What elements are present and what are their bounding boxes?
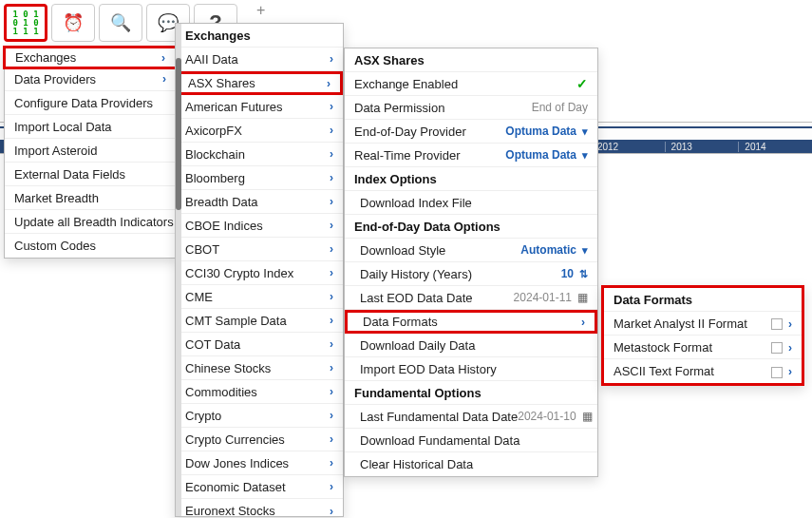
exchange-item[interactable]: Dow Jones Indices› bbox=[176, 451, 343, 475]
menu-item-label: Market Breadth bbox=[14, 191, 99, 205]
settings-row[interactable]: Clear Historical Data bbox=[345, 452, 597, 476]
exchange-item-label: Dow Jones Indices bbox=[185, 456, 289, 470]
settings-value: Automatic bbox=[520, 243, 588, 257]
menu-item-label: External Data Fields bbox=[14, 167, 125, 182]
exchange-item[interactable]: COT Data› bbox=[176, 333, 343, 356]
exchange-item[interactable]: CMT Sample Data› bbox=[176, 309, 343, 333]
new-tab-plus[interactable]: + bbox=[256, 2, 265, 19]
settings-key: Last Fundamental Data Date bbox=[360, 410, 518, 424]
exchange-item[interactable]: Breadth Data› bbox=[176, 190, 343, 214]
exchange-item[interactable]: American Futures› bbox=[176, 95, 343, 119]
format-item-controls: › bbox=[771, 364, 792, 378]
settings-key: Import EOD Data History bbox=[360, 362, 497, 376]
menu-item[interactable]: Exchanges› bbox=[3, 46, 178, 69]
menu-item[interactable]: Import Asteroid bbox=[5, 139, 176, 163]
settings-key: End-of-Day Data Options bbox=[354, 220, 500, 234]
asx-shares-header-label: ASX Shares bbox=[354, 53, 425, 67]
exchange-item-label: Commodities bbox=[185, 385, 257, 399]
exchange-item[interactable]: Crypto› bbox=[176, 404, 343, 428]
exchange-item[interactable]: Bloomberg› bbox=[176, 166, 343, 190]
section-header: End-of-Day Data Options bbox=[345, 215, 597, 239]
format-item-label: Market Analyst II Format bbox=[614, 317, 747, 331]
settings-row[interactable]: Import EOD Data History bbox=[345, 357, 597, 381]
settings-row[interactable]: Exchange Enabled✓ bbox=[345, 72, 597, 96]
format-item[interactable]: Metastock Format› bbox=[604, 336, 802, 359]
menu-item-label: Import Local Data bbox=[14, 120, 112, 134]
exchange-item[interactable]: AAII Data› bbox=[176, 48, 343, 71]
chevron-right-icon: › bbox=[330, 242, 333, 256]
menu-item-label: Import Asteroid bbox=[14, 144, 97, 158]
exchange-item[interactable]: CCI30 Crypto Index› bbox=[176, 261, 343, 285]
menu-item-label: Exchanges bbox=[15, 50, 76, 65]
format-item[interactable]: Market Analyst II Format› bbox=[604, 312, 802, 336]
exchange-item-label: Chinese Stocks bbox=[185, 361, 271, 375]
checkbox[interactable] bbox=[771, 367, 783, 378]
settings-key: Download Fundamental Data bbox=[360, 433, 519, 448]
exchanges-menu: ExchangesAAII Data›ASX Shares›American F… bbox=[175, 23, 344, 517]
exchange-item[interactable]: AxicorpFX› bbox=[176, 119, 343, 143]
alarm-icon[interactable]: ⏰ bbox=[51, 4, 95, 42]
exchange-item[interactable]: CBOE Indices› bbox=[176, 214, 343, 238]
settings-row[interactable]: Real-Time ProviderOptuma Data bbox=[345, 144, 597, 167]
chevron-right-icon: › bbox=[330, 480, 333, 493]
format-item-label: ASCII Text Format bbox=[614, 364, 714, 378]
settings-key: Download Index File bbox=[360, 196, 472, 210]
exchange-item[interactable]: Commodities› bbox=[176, 380, 343, 404]
exchange-item[interactable]: Euronext Stocks› bbox=[176, 499, 343, 518]
chevron-right-icon: › bbox=[330, 52, 333, 66]
chevron-right-icon: › bbox=[330, 385, 333, 398]
settings-key: End-of-Day Provider bbox=[354, 125, 466, 139]
settings-row[interactable]: Data Formats› bbox=[345, 310, 597, 334]
menu-item[interactable]: Import Local Data bbox=[5, 115, 176, 139]
data-formats-header-label: Data Formats bbox=[614, 293, 692, 307]
menu-item[interactable]: Market Breadth bbox=[5, 186, 176, 210]
checkbox[interactable] bbox=[771, 318, 783, 330]
checkbox[interactable] bbox=[771, 342, 783, 354]
exchange-item-label: Breadth Data bbox=[185, 195, 258, 209]
settings-row[interactable]: Download Index File bbox=[345, 191, 597, 215]
menu-item[interactable]: Custom Codes bbox=[5, 234, 176, 258]
settings-row[interactable]: Last EOD Data Date2024-01-11 bbox=[345, 286, 597, 310]
exchange-item-label: CMT Sample Data bbox=[185, 314, 287, 328]
exchange-item[interactable]: CBOT› bbox=[176, 238, 343, 261]
search-icon[interactable]: 🔍 bbox=[99, 4, 142, 42]
exchange-item[interactable]: CME› bbox=[176, 285, 343, 309]
exchange-item-label: AAII Data bbox=[185, 52, 238, 67]
settings-key: Exchange Enabled bbox=[354, 77, 458, 91]
settings-row[interactable]: Download StyleAutomatic bbox=[345, 239, 597, 262]
data-matrix-button[interactable]: 1 0 1 0 1 0 1 1 1 bbox=[4, 4, 47, 42]
settings-row[interactable]: End-of-Day ProviderOptuma Data bbox=[345, 120, 597, 144]
chevron-right-icon: › bbox=[330, 314, 333, 327]
format-item-controls: › bbox=[771, 317, 792, 331]
settings-row[interactable]: Download Daily Data bbox=[345, 334, 597, 357]
exchange-item[interactable]: Economic Dataset› bbox=[176, 475, 343, 499]
settings-row[interactable]: Data PermissionEnd of Day bbox=[345, 96, 597, 120]
exchanges-header-label: Exchanges bbox=[185, 29, 251, 43]
settings-row[interactable]: Download Fundamental Data bbox=[345, 429, 597, 452]
section-header: Index Options bbox=[345, 167, 597, 191]
menu-item[interactable]: Configure Data Providers bbox=[5, 91, 176, 115]
chevron-right-icon: › bbox=[330, 100, 333, 113]
menu-item[interactable]: Update all Breadth Indicators bbox=[5, 210, 176, 234]
settings-value: 2024-01-11 bbox=[514, 291, 588, 304]
exchange-item[interactable]: Blockchain› bbox=[176, 143, 343, 166]
exchange-item[interactable]: ASX Shares› bbox=[176, 71, 343, 95]
exchanges-header: Exchanges bbox=[176, 24, 343, 48]
settings-key: Clear Historical Data bbox=[360, 457, 473, 471]
data-formats-panel: Data FormatsMarket Analyst II Format›Met… bbox=[601, 285, 804, 386]
menu-item[interactable]: Data Providers› bbox=[5, 67, 176, 91]
settings-row[interactable]: Last Fundamental Data Date2024-01-10 bbox=[345, 405, 597, 429]
exchange-item[interactable]: Crypto Currencies› bbox=[176, 428, 343, 451]
chevron-right-icon: › bbox=[330, 456, 333, 470]
exchange-item-label: Economic Dataset bbox=[185, 480, 286, 494]
year-tick: 2013 bbox=[665, 142, 739, 152]
exchange-item-label: COT Data bbox=[185, 337, 240, 352]
exchange-item-label: American Futures bbox=[185, 100, 283, 114]
menu-item-label: Data Providers bbox=[14, 72, 96, 86]
asx-shares-panel: ASX SharesExchange Enabled✓Data Permissi… bbox=[344, 48, 598, 477]
exchange-item[interactable]: Chinese Stocks› bbox=[176, 356, 343, 380]
settings-row[interactable]: Daily History (Years)10 bbox=[345, 262, 597, 286]
chevron-right-icon: › bbox=[330, 147, 333, 161]
menu-item[interactable]: External Data Fields bbox=[5, 163, 176, 186]
format-item[interactable]: ASCII Text Format› bbox=[604, 359, 802, 383]
